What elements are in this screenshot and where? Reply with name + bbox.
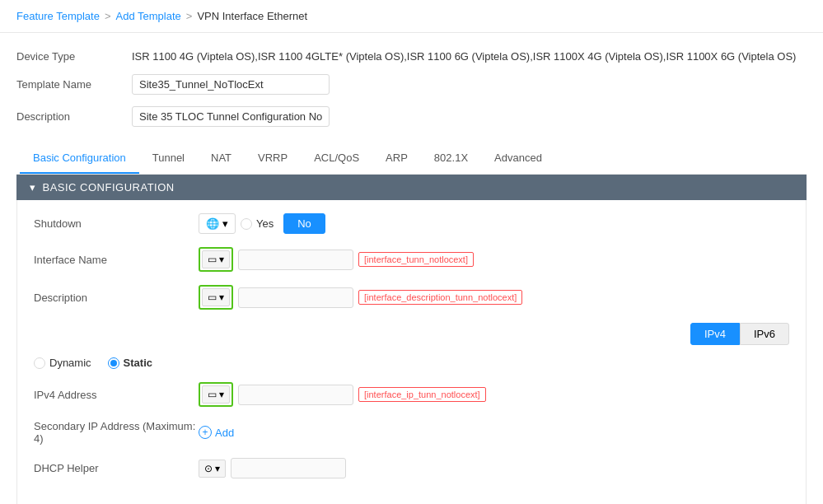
static-option[interactable]: Static xyxy=(108,357,152,369)
tab-nat[interactable]: NAT xyxy=(198,143,245,174)
ipv6-tab[interactable]: IPv6 xyxy=(740,323,789,345)
shutdown-yes-label: Yes xyxy=(256,217,274,230)
interface-name-tag: [interface_tunn_notlocext] xyxy=(358,252,474,267)
dhcp-helper-control: ⊙ ▾ xyxy=(199,458,346,478)
dhcp-helper-label: DHCP Helper xyxy=(34,462,199,474)
section-title: BASIC CONFIGURATION xyxy=(43,181,175,194)
dynamic-option[interactable]: Dynamic xyxy=(34,357,91,369)
interface-name-green-box: ▭ ▾ xyxy=(199,247,233,272)
interface-name-mini-button[interactable]: ▭ ▾ xyxy=(202,250,230,268)
interface-description-tag: [interface_description_tunn_notlocext] xyxy=(358,290,522,305)
shutdown-row: Shutdown 🌐 ▾ Yes No xyxy=(34,213,789,234)
breadcrumb-sep-2: > xyxy=(186,10,193,22)
interface-description-green-box: ▭ ▾ xyxy=(199,285,233,310)
tab-advanced[interactable]: Advanced xyxy=(481,143,555,174)
ipv4-tab[interactable]: IPv4 xyxy=(690,323,740,345)
template-name-input[interactable] xyxy=(132,74,330,95)
static-label: Static xyxy=(124,357,152,369)
dhcp-helper-input[interactable] xyxy=(231,458,346,478)
device-type-value: ISR 1100 4G (Viptela OS),ISR 1100 4GLTE*… xyxy=(132,46,796,63)
globe-icon: 🌐 xyxy=(206,217,219,230)
address-mode-row: Dynamic Static xyxy=(34,357,789,369)
interface-description-mini-button[interactable]: ▭ ▾ xyxy=(202,288,230,306)
dhcp-helper-row: DHCP Helper ⊙ ▾ xyxy=(34,458,789,478)
section-header: ▾ BASIC CONFIGURATION xyxy=(16,175,807,200)
dynamic-radio[interactable] xyxy=(34,357,45,369)
interface-description-row: Description ▭ ▾ [interface_description_t… xyxy=(34,285,789,310)
clock-icon: ⊙ xyxy=(204,463,213,474)
ip-version-toggle: IPv4 IPv6 xyxy=(34,323,789,345)
description-row: Description xyxy=(16,106,807,127)
tab-basic-configuration[interactable]: Basic Configuration xyxy=(20,143,139,174)
breadcrumb: Feature Template > Add Template > VPN In… xyxy=(0,0,823,33)
template-name-row: Template Name xyxy=(16,74,807,95)
shutdown-yes-radio[interactable] xyxy=(241,218,252,230)
breadcrumb-feature-template[interactable]: Feature Template xyxy=(16,10,100,22)
shutdown-label: Shutdown xyxy=(34,217,199,230)
chevron-down-icon-2: ▾ xyxy=(219,254,224,265)
tab-aclqos[interactable]: ACL/QoS xyxy=(301,143,372,174)
interface-description-label: Description xyxy=(34,292,199,304)
secondary-ip-add-link[interactable]: + Add xyxy=(199,426,234,439)
dhcp-helper-clock-button[interactable]: ⊙ ▾ xyxy=(199,460,226,478)
shutdown-radio-group: Yes No xyxy=(241,213,325,234)
interface-description-input[interactable] xyxy=(238,287,353,308)
ipv4-address-input[interactable] xyxy=(238,385,353,405)
secondary-ip-add-label: Add xyxy=(215,427,234,439)
dynamic-label: Dynamic xyxy=(49,357,91,369)
shutdown-yes-option[interactable]: Yes xyxy=(241,217,274,230)
ipv4-address-control: ▭ ▾ [interface_ip_tunn_notlocext] xyxy=(199,382,486,407)
breadcrumb-add-template[interactable]: Add Template xyxy=(116,10,181,22)
ipv4-address-green-box: ▭ ▾ xyxy=(199,382,233,407)
secondary-ip-control: + Add xyxy=(199,426,234,439)
interface-description-control: ▭ ▾ [interface_description_tunn_notlocex… xyxy=(199,285,522,310)
main-tabs: Basic Configuration Tunnel NAT VRRP ACL/… xyxy=(16,143,807,175)
tab-arp[interactable]: ARP xyxy=(372,143,421,174)
monitor-icon-2: ▭ xyxy=(208,292,217,303)
static-radio[interactable] xyxy=(108,357,119,369)
add-circle-icon: + xyxy=(199,426,212,439)
interface-name-input[interactable] xyxy=(238,250,353,270)
ipv4-address-tag: [interface_ip_tunn_notlocext] xyxy=(358,387,486,402)
ipv4-address-label: IPv4 Address xyxy=(34,389,199,401)
ipv4-address-row: IPv4 Address ▭ ▾ [interface_ip_tunn_notl… xyxy=(34,382,789,407)
interface-name-row: Interface Name ▭ ▾ [interface_tunn_notlo… xyxy=(34,247,789,272)
breadcrumb-sep-1: > xyxy=(105,10,111,22)
section-body: Shutdown 🌐 ▾ Yes No Interface Name xyxy=(16,200,807,504)
device-type-row: Device Type ISR 1100 4G (Viptela OS),ISR… xyxy=(16,46,807,63)
tab-tunnel[interactable]: Tunnel xyxy=(139,143,198,174)
chevron-down-icon-4: ▾ xyxy=(219,389,224,400)
ipv4-address-mini-button[interactable]: ▭ ▾ xyxy=(202,385,230,404)
interface-name-label: Interface Name xyxy=(34,254,199,266)
tab-vrrp[interactable]: VRRP xyxy=(245,143,301,174)
secondary-ip-label: Secondary IP Address (Maximum: 4) xyxy=(34,420,199,445)
device-type-label: Device Type xyxy=(16,46,132,63)
tab-8021x[interactable]: 802.1X xyxy=(421,143,481,174)
shutdown-globe-button[interactable]: 🌐 ▾ xyxy=(199,213,236,234)
shutdown-no-button[interactable]: No xyxy=(283,213,325,234)
breadcrumb-current: VPN Interface Ethernet xyxy=(197,10,307,22)
description-label: Description xyxy=(16,106,132,123)
chevron-down-icon: ▾ xyxy=(222,217,228,230)
monitor-icon-3: ▭ xyxy=(208,389,217,400)
collapse-icon[interactable]: ▾ xyxy=(30,181,36,194)
interface-name-control: ▭ ▾ [interface_tunn_notlocext] xyxy=(199,247,474,272)
chevron-down-icon-3: ▾ xyxy=(219,292,224,303)
template-name-label: Template Name xyxy=(16,74,132,91)
shutdown-control: 🌐 ▾ Yes No xyxy=(199,213,325,234)
description-input[interactable] xyxy=(132,106,330,127)
secondary-ip-row: Secondary IP Address (Maximum: 4) + Add xyxy=(34,420,789,445)
chevron-down-icon-5: ▾ xyxy=(215,463,220,474)
monitor-icon: ▭ xyxy=(208,254,217,265)
